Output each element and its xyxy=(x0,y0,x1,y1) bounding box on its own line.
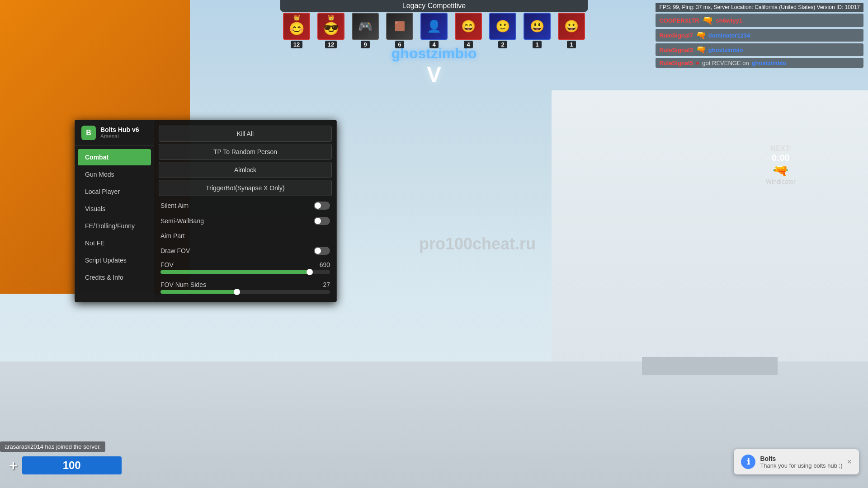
semi-wallbang-row: Semi-WallBang xyxy=(154,213,336,229)
menu-subtitle: Arsenal xyxy=(100,133,139,140)
sidebar-item-combat[interactable]: Combat xyxy=(78,149,151,165)
player-score-1: 12 xyxy=(291,41,302,48)
fov-slider-track[interactable] xyxy=(160,270,330,274)
notification-message: Thank you for using bolts hub :) xyxy=(760,462,842,469)
draw-fov-row: Draw FOV xyxy=(154,243,336,258)
player-card-4: 🟫 6 xyxy=(383,13,416,48)
fov-num-sides-fill xyxy=(160,290,237,294)
menu-content: Kill All TP To Random Person Aimlock Tri… xyxy=(154,120,336,302)
draw-fov-knob xyxy=(315,248,321,254)
hud-top: Legacy Competitive 👑 😊 12 👑 😎 12 🎮 9 🟫 xyxy=(280,0,588,48)
triggerbot-button[interactable]: TriggerBot(Synapse X Only) xyxy=(159,180,332,196)
tp-random-button[interactable]: TP To Random Person xyxy=(159,144,332,160)
killer-name-2: RuleSignal7 xyxy=(659,32,693,39)
revenge-text: got REVENGE on xyxy=(702,60,749,66)
draw-fov-label: Draw FOV xyxy=(160,247,190,254)
fov-label: FOV xyxy=(160,261,174,268)
fov-num-sides-track[interactable] xyxy=(160,290,330,294)
kill-row-1: COOPER31TR 🔫 sh6wtyy1 xyxy=(656,14,863,27)
sidebar-item-gun-mods[interactable]: Gun Mods xyxy=(78,166,151,183)
killed-name-4: ghostzimbio xyxy=(752,60,787,66)
notification-panel: ℹ Bolts Thank you for using bolts hub :)… xyxy=(734,449,859,474)
health-bar-container: + 100 xyxy=(9,456,122,474)
sidebar-item-fe-trolling[interactable]: FE/Trolling/Funny xyxy=(78,218,151,234)
player-score-2: 12 xyxy=(325,41,337,48)
fov-num-sides-row: FOV Num Sides 27 xyxy=(154,278,336,298)
kill-all-button[interactable]: Kill All xyxy=(159,126,332,142)
notification-icon: ℹ xyxy=(741,455,755,469)
ledge xyxy=(642,357,778,375)
player-avatar-9: 😀 xyxy=(558,13,585,40)
sidebar-item-not-fe[interactable]: Not FE xyxy=(78,235,151,251)
sidebar-item-visuals[interactable]: Visuals xyxy=(78,201,151,217)
vs-overlay: ghostzimbio V xyxy=(392,45,476,87)
notification-text: Bolts Thank you for using bolts hub :) xyxy=(760,455,842,469)
semi-wallbang-toggle[interactable] xyxy=(314,217,330,225)
menu-header: B Bolts Hub v6 Arsenal xyxy=(75,120,154,146)
player-avatar-4: 🟫 xyxy=(386,13,413,40)
aimlock-button[interactable]: Aimlock xyxy=(159,162,332,178)
killed-name-3: ghostzimbio xyxy=(708,47,743,53)
player-card-2: 👑 😎 12 xyxy=(315,13,347,48)
notification-title: Bolts xyxy=(760,455,842,462)
fov-num-sides-knob xyxy=(234,289,240,295)
next-weapon: Windicator xyxy=(766,178,796,185)
player-score-6: 4 xyxy=(464,41,472,48)
fov-slider-fill xyxy=(160,270,310,274)
player-card-6: 😄 4 xyxy=(452,13,485,48)
menu-nav: Combat Gun Mods Local Player Visuals FE/… xyxy=(75,146,154,289)
semi-wallbang-label: Semi-WallBang xyxy=(160,217,204,225)
killed-name-1: sh6wtyy1 xyxy=(716,17,743,24)
player-avatar-5: 👤 xyxy=(420,13,448,40)
silent-aim-label: Silent Aim xyxy=(160,202,189,209)
killed-name-2: dominator1234 xyxy=(708,32,750,39)
next-time: 0:00 xyxy=(766,153,796,163)
vs-letter: V xyxy=(392,62,476,87)
sidebar-item-script-updates[interactable]: Script Updates xyxy=(78,252,151,268)
player-avatar-7: 🙂 xyxy=(489,13,516,40)
player-score-4: 6 xyxy=(395,41,404,48)
player-score-9: 1 xyxy=(567,41,576,48)
player-score-8: 1 xyxy=(533,41,541,48)
player-card-7: 🙂 2 xyxy=(486,13,519,48)
silent-aim-knob xyxy=(315,202,321,209)
menu-title-wrap: Bolts Hub v6 Arsenal xyxy=(100,126,139,140)
chat-message: arasarask2014 has joined the server. xyxy=(0,441,105,452)
notification-close-button[interactable]: × xyxy=(847,457,852,467)
killer-name-1: COOPER31TR xyxy=(659,17,699,24)
sidebar-item-local-player[interactable]: Local Player xyxy=(78,183,151,200)
player-avatar-1: 👑 😊 xyxy=(283,13,310,40)
fov-slider-header: FOV 690 xyxy=(160,261,330,268)
player-card-5: 👤 4 xyxy=(418,13,450,48)
menu-sidebar: B Bolts Hub v6 Arsenal Combat Gun Mods L… xyxy=(75,120,154,302)
player-avatar-3: 🎮 xyxy=(352,13,379,40)
draw-fov-toggle[interactable] xyxy=(314,247,330,255)
silent-aim-toggle[interactable] xyxy=(314,202,330,210)
fov-num-sides-header: FOV Num Sides 27 xyxy=(160,281,330,288)
killer-name-3: RuleSignal3 xyxy=(659,47,693,53)
menu-title: Bolts Hub v6 xyxy=(100,126,139,133)
player-score-7: 2 xyxy=(498,41,507,48)
fov-num-sides-label: FOV Num Sides xyxy=(160,281,206,288)
kill-feed: FPS: 99, Ping: 37 ms, Server Location: C… xyxy=(651,0,868,70)
fps-bar: FPS: 99, Ping: 37 ms, Server Location: C… xyxy=(656,3,863,12)
aim-part-row: Aim Part xyxy=(154,229,336,243)
next-indicator: NEXT: 0:00 🔫 Windicator xyxy=(766,145,796,185)
weapon-icon: 🔫 xyxy=(766,163,796,178)
player-card-3: 🎮 9 xyxy=(349,13,382,48)
sidebar-item-credits[interactable]: Credits & Info xyxy=(78,269,151,286)
killer-name-4: RuleSignal5 xyxy=(659,60,693,66)
health-plus-icon: + xyxy=(9,457,18,474)
player-card-8: 😃 1 xyxy=(521,13,553,48)
game-mode-label: Legacy Competitive xyxy=(280,0,588,12)
player-card-1: 👑 😊 12 xyxy=(280,13,313,48)
fov-value: 690 xyxy=(320,261,330,268)
player-avatar-6: 😄 xyxy=(455,13,482,40)
player-score-3: 9 xyxy=(361,41,369,48)
aim-part-label: Aim Part xyxy=(160,232,185,239)
silent-aim-row: Silent Aim xyxy=(154,198,336,213)
right-wall xyxy=(552,90,868,361)
fov-slider-row: FOV 690 xyxy=(154,258,336,278)
kill-row-4: RuleSignal5 ● got REVENGE on ghostzimbio xyxy=(656,58,863,68)
crown-icon-2: 👑 xyxy=(328,14,335,21)
